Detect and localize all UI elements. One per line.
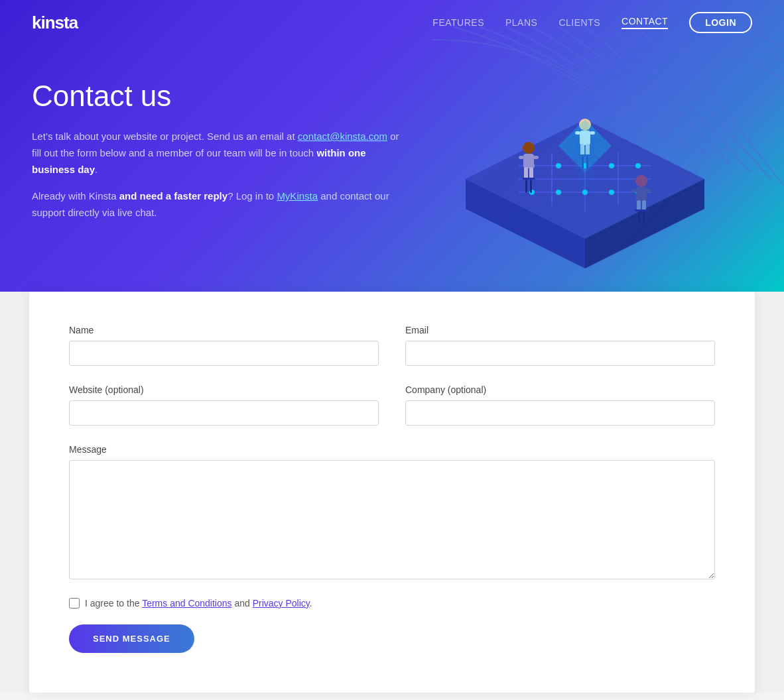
svg-rect-32 xyxy=(519,156,524,159)
name-email-row: Name Email xyxy=(69,325,715,366)
website-company-row: Website (optional) Company (optional) xyxy=(69,384,715,426)
svg-point-12 xyxy=(609,163,614,168)
login-button[interactable]: LOGIN xyxy=(689,12,752,33)
svg-rect-35 xyxy=(525,180,527,193)
svg-rect-44 xyxy=(638,211,640,223)
hero-title: Contact us xyxy=(32,80,403,113)
contact-form: Name Email Website (optional) Company (o… xyxy=(69,325,715,653)
navbar: kinsta FEATURES PLANS CLIENTS CONTACT LO… xyxy=(0,0,784,45)
company-field-group: Company (optional) xyxy=(405,384,715,426)
name-label: Name xyxy=(69,325,379,335)
message-field-group: Message xyxy=(69,444,715,579)
svg-rect-43 xyxy=(635,209,648,211)
svg-rect-34 xyxy=(522,178,535,180)
nav-plans[interactable]: PLANS xyxy=(505,17,537,28)
svg-point-13 xyxy=(635,163,641,168)
email-input[interactable] xyxy=(405,341,715,366)
hero-content: Contact us Let’s talk about your website… xyxy=(32,80,403,221)
logo[interactable]: kinsta xyxy=(32,13,78,33)
svg-rect-30 xyxy=(524,167,528,179)
message-label: Message xyxy=(69,444,715,455)
terms-checkbox-row: I agree to the Terms and Conditions and … xyxy=(69,598,715,609)
svg-rect-31 xyxy=(529,167,533,179)
contact-email-link[interactable]: contact@kinsta.com xyxy=(298,131,387,142)
send-message-button[interactable]: SEND MESSAGE xyxy=(69,624,194,653)
nav-features[interactable]: FEATURES xyxy=(432,17,484,28)
email-field-group: Email xyxy=(405,325,715,366)
nav-links: FEATURES PLANS CLIENTS CONTACT LOGIN xyxy=(432,12,752,33)
svg-rect-41 xyxy=(631,189,637,192)
svg-point-17 xyxy=(609,190,614,195)
email-label: Email xyxy=(405,325,715,335)
website-input[interactable] xyxy=(69,400,379,426)
nav-clients[interactable]: CLIENTS xyxy=(558,17,600,28)
name-field-group: Name xyxy=(69,325,379,366)
svg-point-15 xyxy=(556,190,561,195)
svg-point-37 xyxy=(635,175,647,187)
terms-label: I agree to the Terms and Conditions and … xyxy=(85,598,312,609)
website-field-group: Website (optional) xyxy=(69,384,379,426)
terms-checkbox[interactable] xyxy=(69,598,80,609)
message-row: Message xyxy=(69,444,715,579)
svg-rect-39 xyxy=(637,200,641,211)
contact-form-section: Name Email Website (optional) Company (o… xyxy=(29,292,755,693)
svg-rect-38 xyxy=(636,187,647,202)
svg-point-28 xyxy=(523,142,535,154)
message-textarea[interactable] xyxy=(69,460,715,579)
hero-illustration xyxy=(399,27,784,292)
nav-contact[interactable]: CONTACT xyxy=(621,16,668,29)
svg-rect-40 xyxy=(642,200,646,211)
svg-rect-29 xyxy=(523,154,534,168)
hero-description: Let’s talk about your website or project… xyxy=(32,129,403,178)
svg-rect-36 xyxy=(530,180,532,193)
svg-rect-33 xyxy=(533,156,539,159)
website-label: Website (optional) xyxy=(69,384,379,395)
svg-point-10 xyxy=(556,163,561,168)
svg-rect-45 xyxy=(643,211,645,223)
terms-link[interactable]: Terms and Conditions xyxy=(142,598,231,609)
bottom-bar xyxy=(0,693,784,700)
privacy-link[interactable]: Privacy Policy xyxy=(253,598,310,609)
mykinsta-link[interactable]: MyKinsta xyxy=(277,190,318,202)
company-input[interactable] xyxy=(405,400,715,426)
name-input[interactable] xyxy=(69,341,379,366)
company-label: Company (optional) xyxy=(405,384,715,395)
svg-rect-42 xyxy=(646,189,651,192)
hero-sub-text: Already with Kinsta and need a faster re… xyxy=(32,188,403,221)
